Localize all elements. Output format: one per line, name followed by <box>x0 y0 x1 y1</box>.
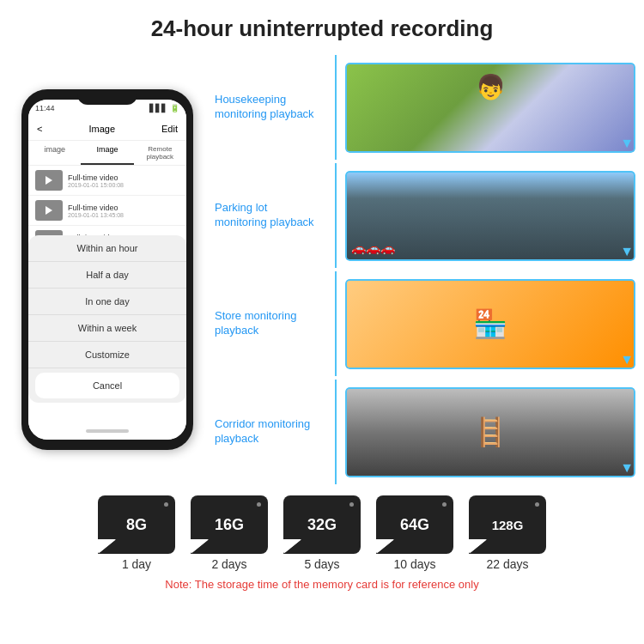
card-dot <box>349 502 354 507</box>
storage-section: 8G 1 day 16G 2 days 32G 5 days <box>0 489 644 594</box>
monitoring-label-corridor: Corridor monitoringplayback <box>215 417 326 447</box>
card-notch <box>98 540 115 554</box>
card-dot <box>164 502 168 507</box>
phone-signal: ▋▋▋ 🔋 <box>149 104 179 112</box>
parking-photo <box>345 171 635 261</box>
tab-remote-playback[interactable]: Remote playback <box>134 141 186 165</box>
monitoring-label-parking: Parking lotmonitoring playback <box>215 201 326 230</box>
phone-notch <box>77 89 137 105</box>
play-icon <box>46 206 52 215</box>
card-item-16g: 16G 2 days <box>191 495 268 571</box>
monitoring-section: Housekeepingmonitoring playback ▼ Parkin… <box>215 51 635 489</box>
corridor-photo <box>345 387 635 477</box>
play-icon <box>46 176 52 185</box>
phone-nav-bar: < Image Edit <box>28 117 186 141</box>
memory-card-32g: 32G <box>283 495 361 554</box>
storage-note: Note: The storage time of the memory car… <box>165 578 478 591</box>
monitoring-item-housekeeping: Housekeepingmonitoring playback ▼ <box>215 55 635 160</box>
phone-bottom-bar <box>28 422 186 440</box>
list-item: Full-time video 2019-01-01 15:00:08 <box>28 166 186 196</box>
card-size-8g: 8G <box>126 516 147 534</box>
page-title: 24-hour uninterrupted recording <box>17 15 627 42</box>
card-notch <box>469 540 486 554</box>
monitoring-item-parking: Parking lotmonitoring playback ▼ <box>215 163 635 268</box>
card-size-128g: 128G <box>492 518 524 532</box>
card-days-8g: 1 day <box>122 557 151 571</box>
phone-mockup: 11:44 ▋▋▋ 🔋 < Image Edit image Image Rem… <box>21 89 193 450</box>
monitoring-image-corridor: ▼ <box>345 387 635 477</box>
monitoring-image-store: ▼ <box>345 279 635 369</box>
video-info: Full-time video 2019-01-01 15:00:08 <box>68 173 179 188</box>
phone-screen: 11:44 ▋▋▋ 🔋 < Image Edit image Image Rem… <box>28 100 186 440</box>
card-item-8g: 8G 1 day <box>98 495 175 571</box>
card-item-32g: 32G 5 days <box>283 495 361 571</box>
card-days-32g: 5 days <box>304 557 339 571</box>
dropdown-item-half-day[interactable]: Half a day <box>28 262 186 289</box>
card-notch <box>376 540 393 554</box>
monitoring-label-housekeeping: Housekeepingmonitoring playback <box>215 93 326 122</box>
card-size-32g: 32G <box>307 516 337 534</box>
video-title: Full-time video <box>68 173 179 182</box>
card-days-64g: 10 days <box>393 557 435 571</box>
video-thumbnail <box>35 170 63 191</box>
dropdown-item-within-week[interactable]: Within a week <box>28 315 186 342</box>
monitoring-image-parking: ▼ <box>345 171 635 261</box>
nav-title: Image <box>88 124 115 134</box>
monitoring-label-store: Store monitoringplayback <box>215 309 326 338</box>
card-notch <box>283 540 301 554</box>
card-item-64g: 64G 10 days <box>376 495 453 571</box>
tab-image-active[interactable]: Image <box>81 141 133 165</box>
card-size-64g: 64G <box>400 516 429 534</box>
phone-tabs: image Image Remote playback <box>28 141 186 166</box>
list-item: Full-time video 2019-01-01 13:45:08 <box>28 196 186 226</box>
dropdown-item-customize[interactable]: Customize <box>28 342 186 368</box>
page-header: 24-hour uninterrupted recording <box>0 0 644 51</box>
memory-card-64g: 64G <box>376 495 453 554</box>
card-dot <box>442 502 447 507</box>
monitoring-item-store: Store monitoringplayback ▼ <box>215 271 635 376</box>
phone-section: 11:44 ▋▋▋ 🔋 < Image Edit image Image Rem… <box>9 51 206 489</box>
dropdown-item-within-hour[interactable]: Within an hour <box>28 235 186 262</box>
phone-time: 11:44 <box>35 104 55 112</box>
memory-card-8g: 8G <box>98 495 175 554</box>
video-info: Full-time video 2019-01-01 13:45:08 <box>68 204 179 218</box>
dropdown-cancel-button[interactable]: Cancel <box>35 373 179 398</box>
storage-cards-row: 8G 1 day 16G 2 days 32G 5 days <box>98 495 546 571</box>
card-dot <box>257 502 261 507</box>
monitoring-item-corridor: Corridor monitoringplayback ▼ <box>215 380 635 484</box>
card-size-16g: 16G <box>215 516 244 534</box>
video-thumbnail <box>35 200 63 221</box>
back-button[interactable]: < <box>37 124 42 134</box>
card-notch <box>191 540 208 554</box>
card-item-128g: 128G 22 days <box>469 495 546 571</box>
home-bar <box>86 429 129 433</box>
main-content: 11:44 ▋▋▋ 🔋 < Image Edit image Image Rem… <box>0 51 644 489</box>
memory-card-16g: 16G <box>191 495 268 554</box>
tab-image[interactable]: image <box>28 141 81 165</box>
dropdown-item-one-day[interactable]: In one day <box>28 289 186 315</box>
video-date: 2019-01-01 15:00:08 <box>68 182 179 188</box>
video-title: Full-time video <box>68 204 179 212</box>
card-days-16g: 2 days <box>211 557 246 571</box>
card-days-128g: 22 days <box>486 557 528 571</box>
store-photo <box>345 279 635 369</box>
video-date: 2019-01-01 13:45:08 <box>68 212 179 218</box>
memory-card-128g: 128G <box>469 495 546 554</box>
monitoring-image-housekeeping: ▼ <box>345 63 635 153</box>
housekeeping-photo <box>345 63 635 153</box>
edit-button[interactable]: Edit <box>161 124 178 134</box>
card-dot <box>535 502 539 507</box>
filter-dropdown[interactable]: Within an hour Half a day In one day Wit… <box>28 235 186 403</box>
